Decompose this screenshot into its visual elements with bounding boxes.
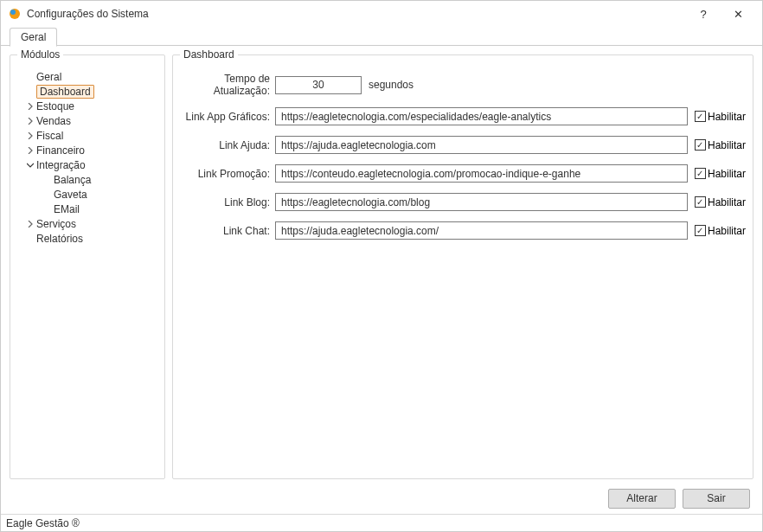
row-link-promo: Link Promoção: ✓ Habilitar [180, 164, 746, 183]
checkbox-checked-icon: ✓ [695, 139, 706, 151]
tree-item-dashboard[interactable]: Dashboard [17, 84, 157, 99]
link-promo-input[interactable] [275, 164, 688, 183]
chevron-right-icon[interactable] [24, 118, 36, 125]
tree-label: Estoque [36, 100, 74, 112]
tree-item-fiscal[interactable]: Fiscal [17, 128, 157, 143]
link-app-input[interactable] [275, 107, 688, 125]
modules-tree: Geral Dashboard Estoque Vendas [17, 69, 157, 246]
chevron-down-icon[interactable] [24, 162, 36, 169]
tree-item-servicos[interactable]: Serviços [17, 216, 157, 231]
link-chat-input[interactable] [275, 221, 688, 240]
app-icon [8, 7, 22, 21]
dashboard-legend: Dashboard [180, 48, 238, 61]
modules-panel: Módulos Geral Dashboard Estoque Vendas [10, 54, 165, 479]
link-ajuda-input[interactable] [275, 136, 688, 154]
status-text: Eagle Gestão ® [6, 517, 80, 529]
checkbox-label: Habilitar [708, 225, 746, 237]
row-link-app: Link App Gráficos: ✓ Habilitar [180, 107, 746, 125]
checkbox-label: Habilitar [708, 168, 746, 180]
content-area: Módulos Geral Dashboard Estoque Vendas [1, 46, 762, 483]
link-blog-label: Link Blog: [180, 196, 275, 208]
tree-label: Relatórios [36, 233, 83, 245]
tree-label: Geral [36, 71, 61, 83]
tree-item-vendas[interactable]: Vendas [17, 113, 157, 128]
tree-label: EMail [54, 203, 80, 215]
tree-label: Integração [36, 159, 86, 171]
tempo-label: Tempo de Atualização: [180, 73, 275, 97]
tempo-suffix: segundos [362, 79, 414, 91]
tree-item-relatorios[interactable]: Relatórios [17, 231, 157, 246]
tree-label: Balança [54, 174, 91, 186]
checkbox-label: Habilitar [708, 196, 746, 208]
modules-legend: Módulos [17, 48, 63, 61]
row-tempo: Tempo de Atualização: segundos [180, 73, 746, 97]
sair-button[interactable]: Sair [683, 489, 750, 509]
checkbox-checked-icon: ✓ [695, 111, 706, 122]
checkbox-checked-icon: ✓ [695, 225, 706, 236]
link-promo-enable[interactable]: ✓ Habilitar [695, 168, 746, 180]
status-bar: Eagle Gestão ® [1, 514, 762, 531]
tree-label-selected: Dashboard [36, 85, 94, 99]
link-promo-label: Link Promoção: [180, 168, 275, 180]
tree-label: Fiscal [36, 130, 63, 142]
tree-item-estoque[interactable]: Estoque [17, 99, 157, 113]
tab-strip: Geral [1, 27, 762, 46]
close-button[interactable]: ✕ [721, 2, 755, 26]
window-title: Configurações do Sistema [27, 8, 686, 20]
tree-item-geral[interactable]: Geral [17, 69, 157, 84]
tab-geral[interactable]: Geral [10, 28, 57, 47]
alterar-button[interactable]: Alterar [608, 489, 676, 509]
checkbox-checked-icon: ✓ [695, 196, 706, 208]
chevron-right-icon[interactable] [24, 103, 36, 110]
checkbox-checked-icon: ✓ [695, 168, 706, 179]
help-button[interactable]: ? [686, 2, 721, 26]
tree-label: Gaveta [54, 189, 87, 201]
chevron-right-icon[interactable] [24, 221, 36, 228]
dashboard-form: Tempo de Atualização: segundos Link App … [180, 73, 746, 240]
link-chat-label: Link Chat: [180, 225, 275, 237]
link-app-enable[interactable]: ✓ Habilitar [695, 111, 746, 123]
row-link-chat: Link Chat: ✓ Habilitar [180, 221, 746, 240]
tree-item-financeiro[interactable]: Financeiro [17, 143, 157, 157]
checkbox-label: Habilitar [708, 139, 746, 151]
link-app-label: Link App Gráficos: [180, 111, 275, 123]
titlebar: Configurações do Sistema ? ✕ [1, 1, 762, 27]
link-blog-enable[interactable]: ✓ Habilitar [695, 196, 746, 208]
chevron-right-icon[interactable] [24, 147, 36, 154]
svg-point-1 [10, 10, 16, 15]
tree-item-email[interactable]: EMail [17, 202, 157, 216]
link-chat-enable[interactable]: ✓ Habilitar [695, 225, 746, 237]
checkbox-label: Habilitar [708, 111, 746, 123]
link-ajuda-enable[interactable]: ✓ Habilitar [695, 139, 746, 151]
tempo-input[interactable] [275, 76, 362, 94]
button-bar: Alterar Sair [1, 483, 762, 514]
tree-item-gaveta[interactable]: Gaveta [17, 187, 157, 202]
tree-item-integracao[interactable]: Integração [17, 157, 157, 172]
tree-label: Vendas [36, 115, 71, 127]
link-ajuda-label: Link Ajuda: [180, 139, 275, 151]
dashboard-panel: Dashboard Tempo de Atualização: segundos… [172, 54, 753, 479]
row-link-blog: Link Blog: ✓ Habilitar [180, 193, 746, 211]
chevron-right-icon[interactable] [24, 132, 36, 139]
link-blog-input[interactable] [275, 193, 688, 211]
tree-label: Serviços [36, 218, 76, 230]
tree-label: Financeiro [36, 144, 85, 157]
row-link-ajuda: Link Ajuda: ✓ Habilitar [180, 136, 746, 154]
tree-item-balanca[interactable]: Balança [17, 172, 157, 187]
